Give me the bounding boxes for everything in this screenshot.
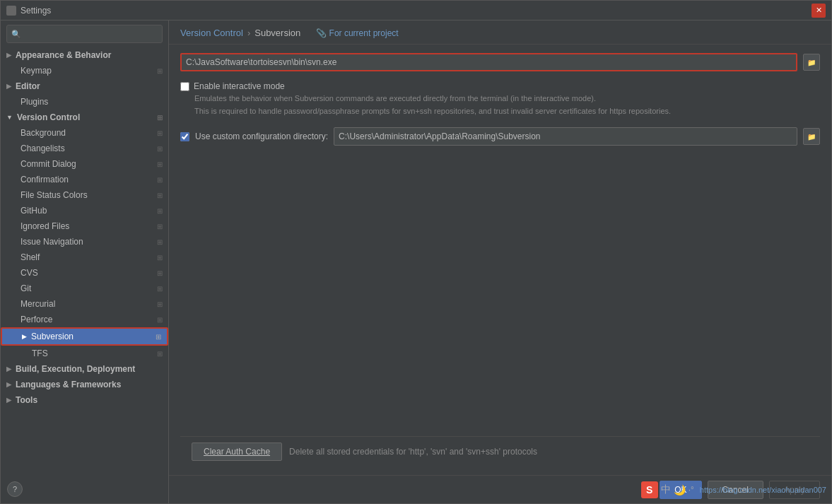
chevron-right-icon: ▶ xyxy=(22,333,27,340)
window-title: Settings xyxy=(20,6,51,16)
sidebar-item-languages[interactable]: ▶ Languages & Frameworks xyxy=(1,377,168,392)
sidebar-item-changelists[interactable]: Changelists ⊞ xyxy=(1,141,168,156)
svn-path-input[interactable] xyxy=(180,53,797,71)
search-box[interactable]: 🔍 xyxy=(6,25,163,43)
page-icon: ⊞ xyxy=(157,350,163,358)
sidebar-item-label: Build, Execution, Deployment xyxy=(16,364,135,374)
watermark-dot: ·° xyxy=(689,485,694,495)
sidebar-item-mercurial[interactable]: Mercurial ⊞ xyxy=(1,296,168,312)
help-button[interactable]: ? xyxy=(7,481,23,497)
sidebar-item-perforce[interactable]: Perforce ⊞ xyxy=(1,312,168,327)
svn-path-browse-button[interactable]: 📁 xyxy=(803,54,820,71)
sidebar-item-commit-dialog[interactable]: Commit Dialog ⊞ xyxy=(1,156,168,172)
interactive-mode-desc-line2: This is required to handle password/pass… xyxy=(194,107,671,115)
watermark-url: https://blog.csdn.net/xiaohuaidan007 xyxy=(700,486,826,494)
sidebar-item-git[interactable]: Git ⊞ xyxy=(1,281,168,296)
watermark-moon: 🌙 xyxy=(674,484,686,496)
interactive-mode-section: Enable interactive mode Emulates the beh… xyxy=(180,78,820,117)
sidebar-item-label: TFS xyxy=(32,348,48,358)
sidebar-item-label: Issue Navigation xyxy=(20,237,83,247)
sidebar-item-issue-navigation[interactable]: Issue Navigation ⊞ xyxy=(1,234,168,250)
custom-config-browse-button[interactable]: 📁 xyxy=(803,128,820,145)
page-icon: ⊞ xyxy=(157,176,163,184)
sidebar-item-label: Appearance & Behavior xyxy=(16,50,111,60)
sidebar-item-ignored-files[interactable]: Ignored Files ⊞ xyxy=(1,218,168,234)
page-icon: ⊞ xyxy=(157,238,163,246)
main-content-area: 🔍 ▶ Appearance & Behavior Keymap ⊞ ▶ Edi… xyxy=(1,20,831,503)
close-button[interactable]: ✕ xyxy=(812,4,826,18)
sidebar-item-label: Mercurial xyxy=(20,299,55,309)
folder-icon: 📁 xyxy=(807,133,816,141)
app-icon xyxy=(6,6,16,16)
page-icon: ⊞ xyxy=(157,160,163,168)
sidebar-item-label: Tools xyxy=(16,395,37,405)
page-icon: ⊞ xyxy=(157,192,163,199)
breadcrumb: Version Control › Subversion 📎 For curre… xyxy=(169,20,831,45)
sidebar-item-label: Shelf xyxy=(20,252,40,262)
chevron-right-icon: ▶ xyxy=(6,381,11,388)
sidebar-item-label: Commit Dialog xyxy=(20,159,76,169)
svn-path-row: 📁 xyxy=(180,53,820,71)
clear-cache-description: Delete all stored credentials for 'http'… xyxy=(289,447,537,457)
spacer xyxy=(180,153,820,429)
settings-window: Settings ✕ 🔍 ▶ Appearance & Behavior Key… xyxy=(0,0,832,504)
page-icon: ⊞ xyxy=(157,269,163,277)
sidebar-item-label: Git xyxy=(20,283,31,293)
sidebar-item-label: Background xyxy=(20,128,66,138)
sidebar-item-keymap[interactable]: Keymap ⊞ xyxy=(1,63,168,78)
page-icon: ⊞ xyxy=(157,207,163,215)
interactive-mode-checkbox[interactable] xyxy=(180,82,189,91)
interactive-mode-desc-line1: Emulates the behavior when Subversion co… xyxy=(194,94,596,102)
sidebar-item-plugins[interactable]: Plugins xyxy=(1,94,168,110)
custom-config-input[interactable] xyxy=(334,127,797,146)
csdn-logo: S xyxy=(641,481,658,498)
sidebar-item-subversion[interactable]: ▶ Subversion ⊞ xyxy=(1,327,168,346)
sidebar-item-label: Perforce xyxy=(20,315,52,324)
sidebar-item-tfs[interactable]: TFS ⊞ xyxy=(1,346,168,361)
sidebar-item-label: Version Control xyxy=(17,112,80,122)
clear-cache-bar: Clear Auth Cache Delete all stored crede… xyxy=(180,436,820,467)
sidebar-item-build[interactable]: ▶ Build, Execution, Deployment xyxy=(1,361,168,377)
breadcrumb-parent[interactable]: Version Control xyxy=(180,28,243,38)
custom-config-row: Use custom configuration directory: 📁 xyxy=(180,127,820,146)
sidebar-item-label: File Status Colors xyxy=(20,190,88,200)
sidebar-item-editor[interactable]: ▶ Editor xyxy=(1,78,168,94)
for-current-project-link[interactable]: 📎 For current project xyxy=(316,28,398,38)
interactive-mode-label: Enable interactive mode xyxy=(194,81,285,91)
sidebar-item-file-status-colors[interactable]: File Status Colors ⊞ xyxy=(1,187,168,203)
settings-content: 📁 Enable interactive mode Emulates the b… xyxy=(169,45,831,475)
sidebar-item-label: Changelists xyxy=(20,143,65,153)
page-icon: ⊞ xyxy=(157,300,163,308)
sidebar-item-appearance[interactable]: ▶ Appearance & Behavior xyxy=(1,47,168,63)
sidebar-item-cvs[interactable]: CVS ⊞ xyxy=(1,265,168,281)
watermark-chinese: 中 xyxy=(661,484,671,496)
search-input[interactable] xyxy=(24,29,158,39)
page-icon: ⊞ xyxy=(157,129,163,137)
sidebar-item-label: Confirmation xyxy=(20,175,69,184)
sidebar-item-confirmation[interactable]: Confirmation ⊞ xyxy=(1,172,168,187)
help-button-container: ? xyxy=(7,481,23,497)
search-icon: 🔍 xyxy=(11,30,21,39)
clear-auth-cache-button[interactable]: Clear Auth Cache xyxy=(192,443,282,461)
page-icon: ⊞ xyxy=(156,333,161,341)
sidebar-item-background[interactable]: Background ⊞ xyxy=(1,125,168,141)
page-icon: ⊞ xyxy=(157,114,163,122)
sidebar-item-label: CVS xyxy=(20,268,38,278)
folder-icon: 📁 xyxy=(807,59,816,66)
watermark: S 中 🌙 ·° https://blog.csdn.net/xiaohuaid… xyxy=(641,481,826,498)
sidebar: 🔍 ▶ Appearance & Behavior Keymap ⊞ ▶ Edi… xyxy=(1,20,169,503)
page-icon: ⊞ xyxy=(157,223,163,230)
custom-config-checkbox[interactable] xyxy=(180,132,189,141)
breadcrumb-separator: › xyxy=(247,28,250,38)
sidebar-item-version-control[interactable]: ▼ Version Control ⊞ xyxy=(1,110,168,125)
sidebar-item-label: Editor xyxy=(16,81,40,91)
page-icon: ⊞ xyxy=(157,285,163,293)
page-icon: ⊞ xyxy=(157,67,163,75)
interactive-mode-description: Emulates the behavior when Subversion co… xyxy=(194,93,820,117)
sidebar-item-label: Plugins xyxy=(20,97,48,107)
sidebar-item-shelf[interactable]: Shelf ⊞ xyxy=(1,250,168,265)
sidebar-item-tools[interactable]: ▶ Tools xyxy=(1,392,168,408)
sidebar-item-github[interactable]: GitHub ⊞ xyxy=(1,203,168,218)
titlebar-left: Settings xyxy=(6,6,51,16)
sidebar-item-label: GitHub xyxy=(20,206,47,216)
